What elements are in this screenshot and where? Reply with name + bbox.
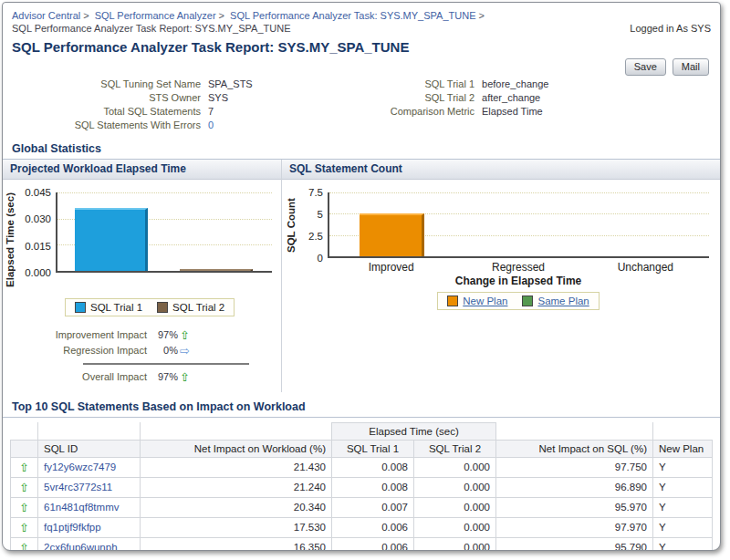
right-arrow-icon: ⇨ <box>180 345 190 357</box>
net-impact-sql-cell: 97.750 <box>496 457 653 477</box>
field-value: Elapsed Time <box>482 105 543 119</box>
field-label: Total SQL Statements <box>12 105 208 119</box>
table-body: ⇧fy12y6wzc747921.4300.0080.00097.750Y⇧5v… <box>11 457 713 551</box>
net-impact-workload-cell: 21.430 <box>141 457 332 477</box>
chart2-category-labels: Improved Regressed Unchanged <box>328 261 709 274</box>
spacer-cell <box>11 422 38 440</box>
net-impact-workload-cell: 20.340 <box>141 497 332 517</box>
sql-id-link[interactable]: 5vr4rc3772s11 <box>44 482 112 493</box>
tick-label: 7.5 <box>308 187 323 198</box>
net-impact-sql-cell: 96.890 <box>496 477 653 497</box>
field-label: STS Owner <box>12 91 208 105</box>
breadcrumb-separator: > <box>476 10 487 21</box>
chart2-legend: New Plan Same Plan <box>437 292 599 310</box>
field-value: before_change <box>482 78 548 91</box>
improvement-impact-value: 97% <box>152 327 178 343</box>
logged-in-status: Logged in As SYS <box>630 22 711 35</box>
impact-divider <box>83 363 249 365</box>
net-impact-workload-cell: 17.530 <box>141 517 332 537</box>
breadcrumb-link-spa-task[interactable]: SQL Performance Analyzer Task: SYS.MY_SP… <box>230 10 475 21</box>
chart1-y-ticks: 0.045 0.030 0.015 0.000 <box>19 192 56 273</box>
new-plan-cell: Y <box>653 517 713 537</box>
chart2-title: SQL Statement Count <box>282 160 720 180</box>
sql-id-link[interactable]: 61n481qf8tmmv <box>44 502 119 513</box>
spacer-cell <box>38 422 141 440</box>
legend-item-sql-trial-1: SQL Trial 1 <box>75 302 142 313</box>
overall-impact-label: Overall Impact <box>5 369 152 385</box>
breadcrumb-separator: > <box>216 10 227 21</box>
category-improved: Improved <box>328 261 454 274</box>
overall-impact-row: Overall Impact 97% ⇧ <box>5 369 276 385</box>
improved-up-arrow-icon: ⇧ <box>11 477 38 497</box>
field-value[interactable]: 0 <box>208 119 214 132</box>
summary-field: SQL Trial 2after_change <box>340 91 711 105</box>
chart2-x-axis-label: Change in Elapsed Time <box>328 275 709 287</box>
page-header: Advisor Central> SQL Performance Analyze… <box>3 3 720 140</box>
net-impact-sql-cell: 97.970 <box>496 517 653 537</box>
new-plan-cell: Y <box>653 537 713 551</box>
same-plan-link[interactable]: Same Plan <box>537 296 589 306</box>
sql-trial-1-swatch-icon <box>75 302 86 313</box>
trial2-cell: 0.000 <box>414 517 496 537</box>
trial1-cell: 0.008 <box>332 457 414 477</box>
summary-field: Total SQL Statements7 <box>12 105 340 119</box>
sql-id-link[interactable]: fq1ptjf9fkfpp <box>44 522 101 533</box>
summary-field: STS OwnerSYS <box>12 91 340 105</box>
breadcrumb-link-spa[interactable]: SQL Performance Analyzer <box>95 10 216 21</box>
table-header-row: SQL ID Net Impact on Workload (%) SQL Tr… <box>11 440 713 457</box>
top10-table: Elapsed Time (sec) SQL ID Net Impact on … <box>10 422 713 551</box>
sql-id-link[interactable]: 2cx6fup6wunph <box>44 542 118 551</box>
field-label: Comparison Metric <box>340 105 482 119</box>
field-value: after_change <box>482 91 540 105</box>
sql-id-cell: fq1ptjf9fkfpp <box>38 517 141 537</box>
regression-impact-row: Regression Impact 0% ⇨ <box>5 343 276 358</box>
legend-item-same-plan: Same Plan <box>522 296 589 306</box>
regression-impact-value: 0% <box>152 343 178 358</box>
spacer-cell <box>653 422 713 440</box>
top10-header: Top 10 SQL Statements Based on Impact on… <box>3 398 720 418</box>
tick-label: 5 <box>318 209 323 220</box>
summary-field: SQL Trial 1before_change <box>340 78 711 91</box>
sql-id-cell: fy12y6wzc7479 <box>38 457 141 477</box>
tick-label: 0.015 <box>25 241 51 252</box>
breadcrumb-link-advisor-central[interactable]: Advisor Central <box>12 10 80 21</box>
new-plan-link[interactable]: New Plan <box>463 296 507 306</box>
sql-id-column-header: SQL ID <box>38 440 141 457</box>
table-row: ⇧2cx6fup6wunph16.3500.0060.00095.790Y <box>11 537 713 551</box>
net-impact-workload-cell: 16.350 <box>141 537 332 551</box>
net-impact-workload-cell: 21.240 <box>141 477 332 497</box>
table-row: ⇧fq1ptjf9fkfpp17.5300.0060.00097.970Y <box>11 517 713 537</box>
net-impact-workload-column-header: Net Impact on Workload (%) <box>141 440 332 457</box>
regression-impact-label: Regression Impact <box>5 343 152 358</box>
field-label: SQL Statements With Errors <box>12 119 208 132</box>
panel-sql-statement-count: SQL Statement Count SQL Count 7.5 5 2.5 … <box>282 160 720 392</box>
global-statistics-panels: Projected Workload Elapsed Time Elapsed … <box>3 160 720 392</box>
impact-summary: Improvement Impact 97% ⇧ Regression Impa… <box>5 327 276 385</box>
chart1-title: Projected Workload Elapsed Time <box>3 160 281 180</box>
table-row: ⇧5vr4rc3772s1121.2400.0080.00096.890Y <box>11 477 713 497</box>
field-value: SYS <box>208 91 228 105</box>
net-impact-sql-cell: 95.790 <box>496 537 653 551</box>
sql-id-cell: 2cx6fup6wunph <box>38 537 141 551</box>
legend-item-new-plan: New Plan <box>447 296 507 306</box>
trial1-cell: 0.008 <box>332 477 414 497</box>
table-span-header-row: Elapsed Time (sec) <box>11 422 713 440</box>
mail-button[interactable]: Mail <box>673 58 709 76</box>
sql-id-link[interactable]: fy12y6wzc7479 <box>44 461 116 472</box>
breadcrumb-separator: > <box>80 10 91 21</box>
global-statistics-header: Global Statistics <box>3 140 720 160</box>
field-label: SQL Trial 2 <box>340 91 482 105</box>
category-unchanged: Unchanged <box>582 261 709 274</box>
save-button[interactable]: Save <box>625 58 666 76</box>
table-row: ⇧61n481qf8tmmv20.3400.0070.00095.970Y <box>11 497 713 517</box>
sql-trial-2-swatch-icon <box>157 302 168 313</box>
overall-impact-value: 97% <box>152 369 178 385</box>
improved-up-arrow-icon: ⇧ <box>11 537 38 551</box>
panel-projected-workload-elapsed-time: Projected Workload Elapsed Time Elapsed … <box>3 160 282 392</box>
up-arrow-icon: ⇧ <box>180 371 190 383</box>
legend-label: SQL Trial 1 <box>90 302 142 313</box>
trial2-cell: 0.000 <box>414 537 496 551</box>
tick-label: 2.5 <box>308 231 323 242</box>
field-value: 7 <box>208 105 214 119</box>
sql-trial-2-column-header: SQL Trial 2 <box>414 440 496 457</box>
